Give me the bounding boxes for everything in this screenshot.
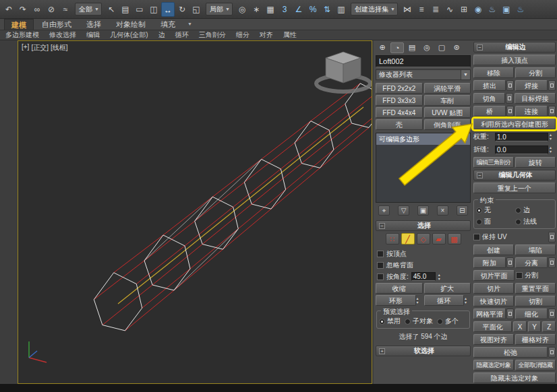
planar-y-button[interactable]: Y [528, 321, 541, 332]
crease-spinner[interactable]: ▴▾ [550, 145, 556, 154]
select-and-manipulate-icon[interactable]: ∗ [250, 2, 263, 17]
preview-multiple-radio[interactable]: 多个 [437, 317, 459, 326]
render-setup-icon[interactable]: ♨ [486, 2, 499, 17]
selection-rollout-header[interactable]: − 选择 [376, 220, 471, 231]
bridge-settings-button[interactable] [506, 106, 514, 117]
undo-icon[interactable]: ↶ [2, 2, 16, 17]
quickslice-button[interactable]: 快速切片 [473, 296, 514, 306]
modifier-set-button[interactable]: 车削 [424, 95, 471, 106]
viewport-menu-general[interactable]: [+] [22, 43, 29, 53]
edit-named-selections-icon[interactable]: ▥ [334, 2, 348, 17]
render-production-icon[interactable]: ♨ [514, 2, 527, 17]
reset-plane-button[interactable]: 重置平面 [515, 283, 556, 294]
rendered-frame-icon[interactable]: ▣ [500, 2, 513, 17]
redo-icon[interactable]: ↷ [16, 2, 30, 17]
use-center-icon[interactable]: ◎ [235, 2, 249, 17]
tessellate-settings-button[interactable] [548, 308, 556, 319]
edit-triangulation-button[interactable]: 编辑三角剖分 [473, 157, 514, 168]
create-shape-from-selection-button[interactable]: 利用所选内容创建图形 [473, 119, 556, 129]
utilities-tab[interactable]: ⊛ [450, 42, 463, 53]
subobject-vertex-icon[interactable]: ∷ [386, 233, 399, 244]
ring-spinner[interactable]: ▴▾ [417, 296, 423, 304]
angle-spinner[interactable]: ▴▾ [438, 273, 444, 281]
subobject-border-icon[interactable]: ◇ [417, 233, 430, 244]
show-end-result-icon[interactable]: ▽ [398, 205, 409, 216]
create-button[interactable]: 创建 [473, 244, 514, 255]
display-tab[interactable]: ▢ [435, 42, 448, 53]
constraint-face-radio[interactable]: 面 [476, 217, 514, 226]
weight-field[interactable]: 1.0 [495, 133, 548, 141]
object-name-field[interactable] [376, 55, 471, 67]
ribbon-panel-properties[interactable]: 属性 [283, 30, 297, 40]
viewport-menu-pov[interactable]: [正交] [31, 43, 49, 53]
modifier-set-button[interactable]: 壳 [376, 119, 423, 130]
ignore-backfacing-checkbox[interactable]: 忽略背面 [377, 260, 469, 270]
chamfer-settings-button[interactable] [506, 93, 513, 104]
unlink-selection-icon[interactable]: ⊘ [45, 2, 58, 17]
material-editor-icon[interactable]: ◉ [471, 2, 485, 17]
split-toggle-checkbox[interactable]: 分割 [516, 271, 556, 280]
grow-button[interactable]: 扩大 [424, 283, 471, 294]
spinner-snap-icon[interactable]: ⇅ [320, 2, 334, 17]
preserve-uvs-settings-button[interactable] [548, 232, 556, 242]
align-icon[interactable]: ≡ [415, 2, 428, 17]
view-align-button[interactable]: 视图对齐 [473, 334, 514, 345]
relax-button[interactable]: 松弛 [473, 347, 548, 358]
turn-button[interactable]: 旋转 [515, 157, 556, 168]
insert-vertex-button[interactable]: 插入顶点 [473, 55, 556, 65]
bind-to-space-warp-icon[interactable]: ≈ [59, 2, 72, 17]
ribbon-tab-object-paint[interactable]: 对象绘制 [109, 19, 152, 30]
loft-object[interactable] [94, 84, 372, 331]
shrink-button[interactable]: 收缩 [376, 283, 423, 294]
chevron-down-icon[interactable]: ▼ [183, 19, 196, 30]
edit-geometry-rollout-header[interactable]: − 编辑几何体 [473, 170, 556, 181]
modifier-set-button[interactable]: 涡轮平滑 [424, 83, 471, 94]
by-angle-checkbox[interactable]: 按角度: 45.0 ▴▾ [377, 271, 469, 282]
ribbon-tab-modeling[interactable]: 建模 [4, 19, 34, 30]
angle-field[interactable]: 45.0 [411, 272, 436, 281]
viewport[interactable]: [+] [正交] [线框] [18, 40, 372, 384]
weight-spinner[interactable]: ▴▾ [550, 133, 556, 141]
msmooth-settings-button[interactable] [506, 308, 514, 319]
tessellate-button[interactable]: 细化 [515, 308, 548, 319]
hierarchy-tab[interactable]: ▤ [405, 42, 419, 53]
crease-field[interactable]: 0.0 [495, 145, 548, 154]
split-button[interactable]: 分割 [515, 67, 556, 78]
constraint-none-radio[interactable]: 无 [476, 205, 514, 215]
select-and-link-icon[interactable]: ∞ [30, 2, 44, 17]
weld-settings-button[interactable] [548, 80, 556, 91]
bridge-button[interactable]: 桥 [473, 106, 506, 117]
unhide-all-button[interactable]: 全部取消隐藏 [515, 360, 556, 370]
detach-settings-button[interactable] [548, 257, 556, 268]
modify-tab[interactable]: ◔ [390, 42, 404, 53]
viewcube[interactable] [316, 52, 370, 92]
ribbon-panel-modify-selection[interactable]: 修改选择 [49, 30, 76, 40]
hide-unselected-button[interactable]: 隐藏未选定对象 [473, 372, 556, 383]
attach-settings-button[interactable] [506, 257, 514, 268]
planar-x-button[interactable]: X [513, 321, 527, 332]
collapse-button[interactable]: 塌陷 [515, 244, 556, 255]
loop-button[interactable]: 循环 [424, 295, 465, 306]
modifier-set-button[interactable]: FFD 3x3x3 [376, 95, 423, 106]
configure-modifier-sets-icon[interactable]: ⊟ [457, 205, 468, 216]
select-and-rotate-icon[interactable]: ↻ [175, 2, 189, 17]
chamfer-button[interactable]: 切角 [473, 93, 505, 104]
stack-item-editable-poly[interactable]: 可编辑多边形 ✎ [376, 133, 470, 145]
preserve-uvs-checkbox[interactable]: 保持 UV [473, 232, 547, 242]
loop-spinner[interactable]: ▴▾ [465, 296, 471, 304]
detach-button[interactable]: 分离 [515, 257, 548, 268]
schematic-view-icon[interactable]: ⊞ [457, 2, 471, 17]
select-and-move-icon[interactable]: ↔ [161, 2, 175, 17]
curve-editor-icon[interactable]: ∿ [443, 2, 457, 17]
remove-modifier-icon[interactable]: × [437, 205, 448, 216]
subobject-element-icon[interactable]: ▩ [448, 233, 461, 244]
extrude-button[interactable]: 挤出 [473, 80, 506, 91]
angle-snap-icon[interactable]: ∠ [292, 2, 305, 17]
soft-selection-rollout-header[interactable]: + 软选择 [376, 346, 471, 356]
subobject-polygon-icon[interactable]: ▰ [432, 233, 446, 244]
weld-button[interactable]: 焊接 [515, 80, 548, 91]
reference-coordinate-dropdown[interactable]: 局部▼ [206, 3, 233, 15]
ribbon-tab-freeform[interactable]: 自由形式 [35, 19, 78, 30]
planar-z-button[interactable]: Z [542, 321, 556, 332]
connect-button[interactable]: 连接 [515, 106, 548, 117]
